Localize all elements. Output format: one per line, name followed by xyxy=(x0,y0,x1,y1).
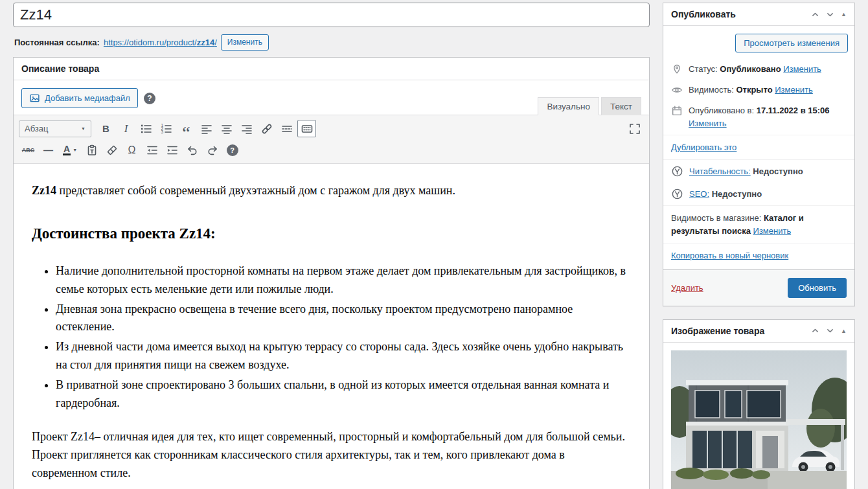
product-image-panel: Изображение товара ▲ xyxy=(663,319,855,489)
admin-editor-page: Постоянная ссылка: https://otidom.ru/pro… xyxy=(0,0,868,489)
delete-link[interactable]: Удалить xyxy=(671,283,703,293)
link-button[interactable] xyxy=(257,120,276,137)
bullet-list-button[interactable] xyxy=(137,120,155,137)
bold-button[interactable]: B xyxy=(97,120,115,137)
read-more-button[interactable] xyxy=(277,120,296,137)
permalink-edit-button[interactable]: Изменить xyxy=(221,34,269,51)
align-right-button[interactable] xyxy=(237,120,256,137)
duplicate-row: Дублировать это xyxy=(663,135,854,159)
blockquote-button[interactable]: “ xyxy=(177,120,196,137)
seo-link[interactable]: SEO: xyxy=(689,189,709,199)
strikethrough-button[interactable]: ABC xyxy=(19,141,38,159)
tab-visual[interactable]: Визуально xyxy=(538,97,599,115)
image-panel-body xyxy=(663,343,854,489)
toolbar-toggle-button[interactable] xyxy=(297,120,316,137)
list-item: В приватной зоне спроектировано 3 больши… xyxy=(56,376,631,413)
publish-panel-body: Просмотреть изменения Статус: Опубликова… xyxy=(663,26,854,306)
published-edit-link[interactable]: Изменить xyxy=(689,119,727,128)
chevron-down-icon: ▼ xyxy=(73,148,77,152)
help-icon[interactable]: ? xyxy=(144,93,155,104)
list-item: Наличие дополнительной просторной комнат… xyxy=(56,262,631,299)
panel-controls: ▲ xyxy=(811,326,847,335)
permalink-label: Постоянная ссылка: xyxy=(14,38,100,47)
permalink-row: Постоянная ссылка: https://otidom.ru/pro… xyxy=(14,34,650,51)
update-button[interactable]: Обновить xyxy=(788,278,847,298)
post-title-input[interactable] xyxy=(13,3,650,27)
editor-mode-tabs: Визуально Текст xyxy=(538,97,641,115)
fullscreen-button[interactable] xyxy=(625,120,644,137)
content-heading: Достоинства проекта Zz14: xyxy=(32,222,631,245)
editor-help-icon[interactable]: ? xyxy=(227,144,238,156)
align-right-icon xyxy=(240,122,253,135)
svg-text:3: 3 xyxy=(161,130,163,134)
read-more-icon xyxy=(280,122,293,135)
undo-icon xyxy=(186,144,199,157)
text-color-button[interactable]: A ▼ xyxy=(59,141,81,159)
publish-panel: Опубликовать ▲ Просмотреть изменения Ста… xyxy=(663,3,855,306)
undo-button[interactable] xyxy=(183,141,201,159)
copy-to-draft-link[interactable]: Копировать в новый черновик xyxy=(671,251,788,260)
chevron-down-icon xyxy=(826,10,834,19)
clear-formatting-button[interactable] xyxy=(102,141,121,159)
store-visibility-edit-link[interactable]: Изменить xyxy=(753,226,792,236)
intro-paragraph: Zz14 представляет собой современный двух… xyxy=(32,182,631,200)
numbered-list-icon: 123 xyxy=(160,122,173,135)
status-row: Статус: Опубликовано Изменить xyxy=(663,59,854,80)
store-visibility-row: Видимость в магазине: Каталог и результа… xyxy=(663,205,854,244)
status-edit-link[interactable]: Изменить xyxy=(783,64,821,74)
move-down-button[interactable] xyxy=(826,10,834,19)
visibility-edit-link[interactable]: Изменить xyxy=(775,85,813,95)
paste-as-text-button[interactable] xyxy=(82,141,101,159)
align-left-button[interactable] xyxy=(197,120,216,137)
description-panel-header[interactable]: Описание товара xyxy=(14,58,649,80)
collapse-toggle-icon[interactable]: ▲ xyxy=(841,11,847,17)
indent-icon xyxy=(166,144,179,157)
horizontal-rule-button[interactable]: — xyxy=(39,141,58,159)
redo-button[interactable] xyxy=(203,141,222,159)
outdent-icon xyxy=(146,144,159,157)
italic-button[interactable]: I xyxy=(117,120,135,137)
move-down-button[interactable] xyxy=(826,326,834,335)
duplicate-link[interactable]: Дублировать это xyxy=(671,142,737,152)
seo-row: SEO: Недоступно xyxy=(663,183,854,205)
keyboard-icon xyxy=(301,122,314,135)
publish-panel-header[interactable]: Опубликовать ▲ xyxy=(663,3,854,26)
readability-link[interactable]: Читабельность: xyxy=(689,166,751,176)
editor-content-area[interactable]: Zz14 представляет собой современный двух… xyxy=(14,164,649,489)
add-media-button[interactable]: Добавить медиафайл xyxy=(21,88,138,108)
yoast-icon xyxy=(671,165,683,177)
product-image[interactable] xyxy=(671,350,847,489)
preview-changes-button[interactable]: Просмотреть изменения xyxy=(735,34,848,52)
image-panel-title: Изображение товара xyxy=(671,326,764,336)
special-character-button[interactable]: Ω xyxy=(122,141,141,159)
editor-tools: Добавить медиафайл ? Визуально Текст xyxy=(14,80,649,115)
numbered-list-button[interactable]: 123 xyxy=(157,120,176,137)
tab-text[interactable]: Текст xyxy=(601,97,641,115)
move-up-button[interactable] xyxy=(811,10,819,19)
publish-panel-title: Опубликовать xyxy=(671,9,736,19)
outro-paragraph: Проект Zz14– отличная идея для тех, кто … xyxy=(32,428,631,483)
link-icon xyxy=(260,122,273,135)
align-center-icon xyxy=(220,122,233,135)
indent-button[interactable] xyxy=(163,141,181,159)
outdent-button[interactable] xyxy=(143,141,161,159)
move-up-button[interactable] xyxy=(811,326,819,335)
preview-row: Просмотреть изменения xyxy=(663,26,854,59)
calendar-icon xyxy=(671,105,683,117)
paragraph-format-select[interactable]: Абзац ▼ xyxy=(19,120,91,137)
copy-draft-row: Копировать в новый черновик xyxy=(663,244,854,267)
description-panel-title: Описание товара xyxy=(21,63,99,74)
image-panel-header[interactable]: Изображение товара ▲ xyxy=(663,320,854,343)
align-center-button[interactable] xyxy=(217,120,236,137)
published-date-row: Опубликовано в: 17.11.2022 в 15:06Измени… xyxy=(663,100,854,134)
collapse-toggle-icon[interactable]: ▲ xyxy=(841,328,847,334)
visibility-row: Видимость: Открыто Изменить xyxy=(663,80,854,100)
chevron-up-icon xyxy=(811,10,819,19)
pin-icon xyxy=(671,63,683,75)
eye-icon xyxy=(671,84,683,96)
bullet-list-icon xyxy=(140,122,153,135)
main-column: Постоянная ссылка: https://otidom.ru/pro… xyxy=(13,3,650,489)
permalink-url[interactable]: https://otidom.ru/product/zz14/ xyxy=(104,38,217,47)
panel-controls: ▲ xyxy=(811,10,847,19)
eraser-icon xyxy=(106,144,119,157)
